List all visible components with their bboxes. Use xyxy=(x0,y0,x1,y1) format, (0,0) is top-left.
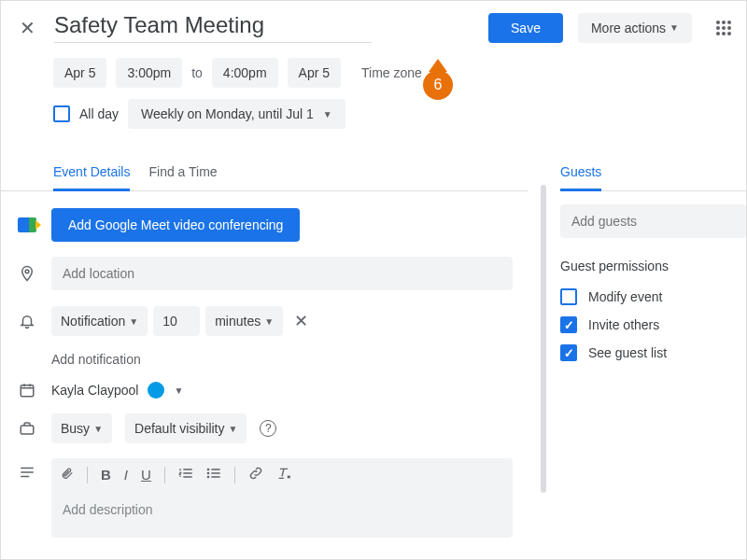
to-label: to xyxy=(191,65,203,80)
link-icon[interactable] xyxy=(248,467,263,483)
start-time-chip[interactable]: 3:00pm xyxy=(116,58,182,88)
clear-format-icon[interactable] xyxy=(276,467,291,483)
availability-dropdown[interactable]: Busy▼ xyxy=(51,413,112,443)
start-date-chip[interactable]: Apr 5 xyxy=(53,58,106,88)
allday-checkbox[interactable] xyxy=(53,105,70,122)
italic-icon[interactable]: I xyxy=(124,467,128,483)
apps-grid-icon[interactable] xyxy=(716,21,731,35)
timezone-link[interactable]: Time zone xyxy=(361,65,422,80)
end-time-chip[interactable]: 4:00pm xyxy=(212,58,278,88)
bell-icon xyxy=(16,313,38,329)
save-button[interactable]: Save xyxy=(488,13,563,43)
notification-unit-dropdown[interactable]: minutes▼ xyxy=(205,306,283,336)
svg-point-0 xyxy=(25,270,29,273)
remove-notification-icon[interactable]: ✕ xyxy=(289,305,314,337)
tab-event-details[interactable]: Event Details xyxy=(53,155,130,191)
notification-value-input[interactable]: 10 xyxy=(153,306,200,336)
add-meet-button[interactable]: Add Google Meet video conferencing xyxy=(51,208,300,242)
location-icon xyxy=(16,265,38,282)
calendar-owner: Kayla Claypool xyxy=(51,383,138,398)
close-icon[interactable]: ✕ xyxy=(16,13,39,43)
tab-guests[interactable]: Guests xyxy=(560,155,601,191)
description-toolbar: B I U xyxy=(51,458,513,491)
tab-find-a-time[interactable]: Find a Time xyxy=(148,155,217,190)
invite-others-checkbox[interactable] xyxy=(560,316,577,333)
modify-event-checkbox[interactable] xyxy=(560,288,577,305)
see-guest-list-checkbox[interactable] xyxy=(560,344,577,361)
bullet-list-icon[interactable] xyxy=(206,467,221,483)
recurrence-dropdown[interactable]: Weekly on Monday, until Jul 1▼ xyxy=(128,99,345,129)
scrollbar[interactable] xyxy=(541,185,546,493)
description-textarea[interactable]: Add description xyxy=(51,491,513,538)
numbered-list-icon[interactable] xyxy=(178,467,193,483)
svg-rect-2 xyxy=(21,426,34,434)
calendar-color-caret[interactable]: ▼ xyxy=(174,385,183,396)
more-actions-button[interactable]: More actions▼ xyxy=(578,13,692,43)
invite-others-label: Invite others xyxy=(588,317,659,332)
meet-icon xyxy=(16,217,38,232)
allday-label: All day xyxy=(79,106,119,121)
attach-icon[interactable] xyxy=(61,466,74,483)
location-input[interactable] xyxy=(51,257,513,290)
svg-point-5 xyxy=(207,476,208,477)
notification-type-dropdown[interactable]: Notification▼ xyxy=(51,306,148,336)
add-notification-link[interactable]: Add notification xyxy=(1,344,528,374)
guest-permissions-title: Guest permissions xyxy=(560,259,746,273)
briefcase-icon xyxy=(16,420,38,437)
svg-point-3 xyxy=(207,469,208,469)
event-title-input[interactable] xyxy=(54,12,372,43)
modify-event-label: Modify event xyxy=(588,289,662,304)
svg-point-4 xyxy=(207,472,208,473)
tutorial-marker: 6 xyxy=(423,59,453,100)
visibility-dropdown[interactable]: Default visibility▼ xyxy=(125,413,247,443)
underline-icon[interactable]: U xyxy=(141,467,151,483)
end-date-chip[interactable]: Apr 5 xyxy=(288,58,341,88)
help-icon[interactable]: ? xyxy=(260,420,276,437)
calendar-icon xyxy=(16,382,38,399)
bold-icon[interactable]: B xyxy=(101,467,111,483)
svg-rect-1 xyxy=(21,385,34,397)
calendar-color-swatch[interactable] xyxy=(148,382,164,399)
add-guests-input[interactable] xyxy=(560,204,746,238)
description-icon xyxy=(16,458,38,479)
see-guest-list-label: See guest list xyxy=(588,345,667,360)
